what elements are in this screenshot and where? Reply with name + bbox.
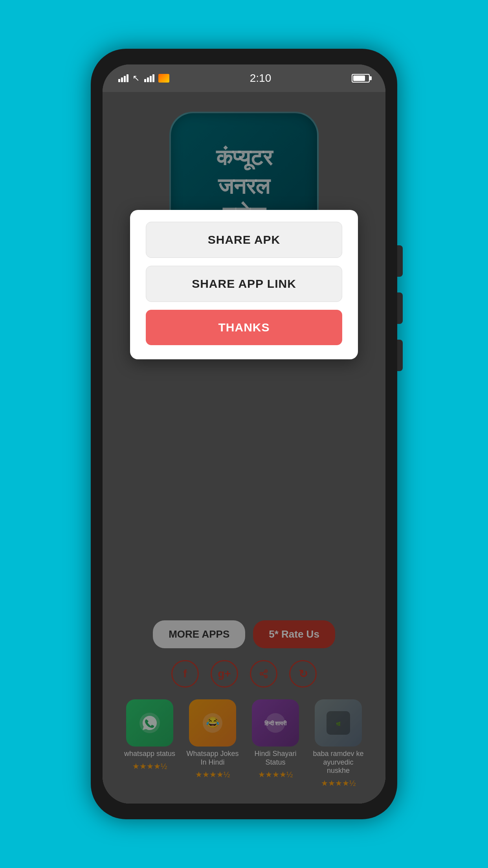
arrow-icon: ↖ bbox=[132, 73, 139, 83]
share-link-button[interactable]: SHARE APP LINK bbox=[146, 266, 342, 302]
modal-overlay: SHARE APK SHARE APP LINK THANKS bbox=[103, 92, 385, 804]
modal-dialog: SHARE APK SHARE APP LINK THANKS bbox=[130, 210, 358, 359]
battery-icon bbox=[352, 74, 370, 83]
share-apk-button[interactable]: SHARE APK bbox=[146, 222, 342, 258]
telecom-icon: ↖ bbox=[132, 73, 139, 83]
signal-bars-1 bbox=[118, 74, 128, 82]
phone-frame: ↖ 2:10 कंप्यूटर जनरल bbox=[91, 49, 397, 819]
status-right bbox=[352, 74, 370, 83]
status-bar: ↖ 2:10 bbox=[103, 64, 385, 92]
signal-bars-2 bbox=[144, 74, 154, 82]
app-content: कंप्यूटर जनरल नलेज SHARE APK SHARE APP L… bbox=[103, 92, 385, 804]
phone-screen: ↖ 2:10 कंप्यूटर जनरल bbox=[103, 64, 385, 804]
status-time: 2:10 bbox=[250, 72, 272, 85]
roaming-icon bbox=[158, 74, 169, 83]
battery-fill bbox=[353, 75, 365, 81]
thanks-button[interactable]: THANKS bbox=[146, 310, 342, 345]
status-left: ↖ bbox=[118, 73, 169, 83]
